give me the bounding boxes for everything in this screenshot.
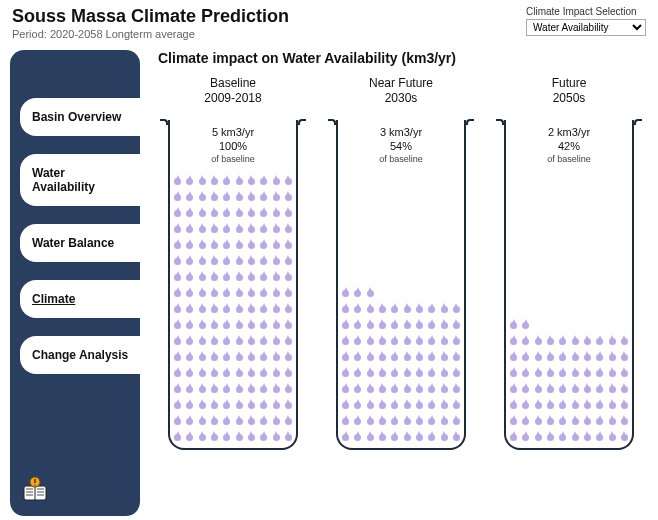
guide-book-icon[interactable] bbox=[22, 476, 48, 502]
climate-impact-dropdown[interactable]: Water Availability bbox=[526, 19, 646, 36]
water-drop-icon bbox=[367, 224, 374, 234]
vessel-meta: 2 km3/yr42%of baseline bbox=[504, 126, 634, 165]
water-drop-icon bbox=[621, 224, 628, 234]
scenario-period: 2050s bbox=[552, 91, 587, 106]
water-drop-icon bbox=[572, 192, 579, 202]
water-drop-icon bbox=[572, 416, 579, 426]
water-drop-icon bbox=[379, 256, 386, 266]
sidebar-tab-water-availability[interactable]: Water Availability bbox=[20, 154, 140, 206]
water-drop-icon bbox=[273, 288, 280, 298]
selector-label: Climate Impact Selection bbox=[526, 6, 646, 17]
water-drop-icon bbox=[416, 384, 423, 394]
water-drop-icon bbox=[416, 352, 423, 362]
water-drop-icon bbox=[174, 352, 181, 362]
water-drop-icon bbox=[416, 400, 423, 410]
svg-point-4 bbox=[34, 484, 36, 486]
water-drop-icon bbox=[522, 368, 529, 378]
water-drop-icon bbox=[285, 304, 292, 314]
water-drop-icon bbox=[285, 288, 292, 298]
water-drop-icon bbox=[223, 416, 230, 426]
water-drop-icon bbox=[186, 384, 193, 394]
sidebar-tab-change-analysis[interactable]: Change Analysis bbox=[20, 336, 140, 374]
water-drop-icon bbox=[174, 208, 181, 218]
water-drop-icon bbox=[186, 208, 193, 218]
water-drop-icon bbox=[273, 224, 280, 234]
water-drop-icon bbox=[416, 224, 423, 234]
water-drop-icon bbox=[174, 176, 181, 186]
water-drop-icon bbox=[584, 224, 591, 234]
water-drop-icon bbox=[547, 304, 554, 314]
water-drop-icon bbox=[285, 240, 292, 250]
vessel-chart: Baseline2009-20185 km3/yr100%of baseline… bbox=[154, 76, 648, 516]
water-drop-icon bbox=[596, 416, 603, 426]
water-drop-icon bbox=[404, 432, 411, 442]
water-drop-icon bbox=[223, 240, 230, 250]
vessel-meta: 3 km3/yr54%of baseline bbox=[336, 126, 466, 165]
climate-impact-selector: Climate Impact Selection Water Availabil… bbox=[526, 6, 646, 36]
sidebar-tab-basin-overview[interactable]: Basin Overview bbox=[20, 98, 140, 136]
water-drop-icon bbox=[248, 224, 255, 234]
water-drop-icon bbox=[354, 272, 361, 282]
water-drop-icon bbox=[535, 304, 542, 314]
water-drop-icon bbox=[572, 352, 579, 362]
water-drop-icon bbox=[547, 224, 554, 234]
water-drop-icon bbox=[223, 400, 230, 410]
water-drop-icon bbox=[354, 288, 361, 298]
water-drop-icon bbox=[379, 224, 386, 234]
water-drop-icon bbox=[535, 432, 542, 442]
water-drop-icon bbox=[441, 208, 448, 218]
water-drop-icon bbox=[522, 192, 529, 202]
water-drop-icon bbox=[260, 224, 267, 234]
water-drop-icon bbox=[199, 400, 206, 410]
water-drop-icon bbox=[584, 352, 591, 362]
water-drop-icon bbox=[236, 288, 243, 298]
water-drop-icon bbox=[223, 288, 230, 298]
water-drop-icon bbox=[285, 256, 292, 266]
water-drop-icon bbox=[260, 352, 267, 362]
water-drop-icon bbox=[354, 368, 361, 378]
water-drop-icon bbox=[248, 368, 255, 378]
water-drop-icon bbox=[572, 368, 579, 378]
water-drop-icon bbox=[342, 368, 349, 378]
water-drop-icon bbox=[441, 432, 448, 442]
water-drop-icon bbox=[404, 272, 411, 282]
water-drop-icon bbox=[609, 400, 616, 410]
water-drop-icon bbox=[342, 320, 349, 330]
water-drop-icon bbox=[559, 416, 566, 426]
water-drop-icon bbox=[236, 304, 243, 314]
water-drop-icon bbox=[453, 368, 460, 378]
water-drop-icon bbox=[428, 192, 435, 202]
water-drop-icon bbox=[441, 256, 448, 266]
water-drop-icon bbox=[236, 208, 243, 218]
water-drop-icon bbox=[379, 384, 386, 394]
water-drop-icon bbox=[621, 400, 628, 410]
water-drop-icon bbox=[428, 320, 435, 330]
water-drop-icon bbox=[404, 416, 411, 426]
water-drop-icon bbox=[416, 240, 423, 250]
water-drop-icon bbox=[199, 432, 206, 442]
water-drop-icon bbox=[174, 368, 181, 378]
water-drop-icon bbox=[510, 336, 517, 346]
sidebar-tab-climate[interactable]: Climate bbox=[20, 280, 140, 318]
water-drop-icon bbox=[367, 176, 374, 186]
water-drop-icon bbox=[367, 256, 374, 266]
water-drop-icon bbox=[236, 320, 243, 330]
water-drop-icon bbox=[428, 288, 435, 298]
water-drop-icon bbox=[211, 256, 218, 266]
water-drop-icon bbox=[609, 272, 616, 282]
water-drop-icon bbox=[596, 224, 603, 234]
water-drop-icon bbox=[510, 320, 517, 330]
sidebar: Basin OverviewWater AvailabilityWater Ba… bbox=[10, 50, 140, 516]
water-drop-icon bbox=[273, 384, 280, 394]
water-drop-icon bbox=[367, 304, 374, 314]
water-drop-icon bbox=[342, 384, 349, 394]
water-drop-icon bbox=[379, 368, 386, 378]
water-drop-icon bbox=[609, 352, 616, 362]
water-drop-icon bbox=[285, 320, 292, 330]
sidebar-tab-water-balance[interactable]: Water Balance bbox=[20, 224, 140, 262]
water-drop-icon bbox=[535, 400, 542, 410]
scenario-column: Near Future2030s3 km3/yr54%of baseline bbox=[322, 76, 480, 516]
water-drop-icon bbox=[510, 208, 517, 218]
water-drop-icon bbox=[186, 304, 193, 314]
water-drop-icon bbox=[354, 400, 361, 410]
